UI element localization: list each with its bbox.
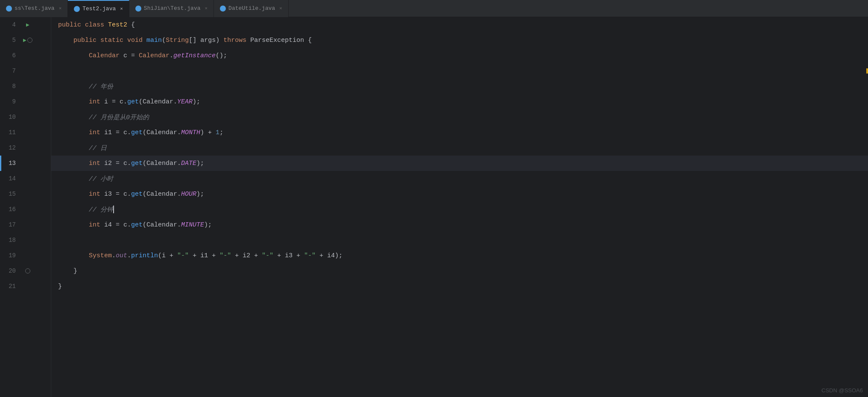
code-line-5: public static void main(String[] args) t… — [51, 32, 868, 48]
method-get-11: get — [131, 129, 143, 136]
gutter-row-7: 7 — [0, 63, 51, 79]
string-dash-3: "-" — [262, 252, 273, 259]
line-num-7: 7 — [0, 68, 19, 74]
line-num-21: 21 — [0, 283, 19, 290]
gutter-row-10: 10 — [0, 109, 51, 125]
code-line-4: public class Test2 { — [51, 17, 868, 32]
tab-close-ssTest[interactable]: × — [59, 6, 62, 11]
scroll-indicator — [866, 68, 868, 74]
field-MINUTE: MINUTE — [181, 221, 204, 229]
code-line-6: Calendar c = Calendar.getInstance(); — [51, 48, 868, 63]
string-dash-2: "-" — [219, 252, 231, 259]
kw-int-15: int — [89, 191, 100, 198]
line-num-17: 17 — [0, 221, 19, 228]
gutter-row-15: 15 — [0, 186, 51, 202]
gutter-row-13: 13 — [0, 156, 51, 171]
line-num-18: 18 — [0, 237, 19, 244]
breakpoint-icon-20[interactable] — [25, 268, 30, 273]
method-println: println — [131, 252, 158, 259]
gutter-row-17: 17 — [0, 217, 51, 232]
method-get-15: get — [131, 191, 143, 198]
line-num-6: 6 — [0, 52, 19, 59]
comment-16: // 分钟 — [89, 206, 113, 214]
num-1-11: 1 — [216, 129, 219, 136]
editor: 4 ▶ 5 ▶ 6 7 8 9 10 11 12 13 14 15 16 17 — [0, 17, 868, 397]
breakpoint-icon-5[interactable] — [27, 38, 32, 43]
code-line-20: } — [51, 263, 868, 279]
gutter: 4 ▶ 5 ▶ 6 7 8 9 10 11 12 13 14 15 16 17 — [0, 17, 51, 397]
text-cursor — [113, 206, 114, 213]
code-line-7 — [51, 63, 868, 79]
kw-void-5: void — [127, 37, 143, 44]
classname-Test2: Test2 — [108, 21, 127, 29]
gutter-row-18: 18 — [0, 232, 51, 248]
tab-icon-ssTest — [6, 6, 12, 12]
gutter-row-21: 21 — [0, 279, 51, 294]
tab-icon-ShiJianTest — [135, 6, 141, 12]
line-num-10: 10 — [0, 114, 19, 121]
active-line-indicator — [0, 156, 1, 171]
comment-14: // 小时 — [89, 175, 113, 183]
line-num-13: 13 — [0, 160, 19, 167]
code-line-11: int i1 = c.get(Calendar.MONTH) + 1; — [51, 125, 868, 140]
line-num-19: 19 — [0, 252, 19, 259]
code-line-13: int i2 = c.get(Calendar.DATE); — [51, 156, 868, 171]
kw-int-11: int — [89, 129, 100, 136]
gutter-row-16: 16 — [0, 202, 51, 217]
tab-close-DateUtile[interactable]: × — [279, 6, 282, 11]
tab-label-DateUtile: DateUtile.java — [228, 5, 275, 12]
tab-ssTest[interactable]: ss\Test.java × — [0, 0, 68, 17]
line-num-20: 20 — [0, 268, 19, 274]
line-num-14: 14 — [0, 175, 19, 182]
gutter-row-4: 4 ▶ — [0, 17, 51, 32]
gutter-row-12: 12 — [0, 140, 51, 156]
kw-public-4: public — [58, 21, 81, 29]
line-num-12: 12 — [0, 144, 19, 151]
line-num-11: 11 — [0, 129, 19, 136]
string-dash-4: "-" — [304, 252, 316, 259]
code-line-18 — [51, 232, 868, 248]
watermark: CSDN @SSOA6 — [821, 387, 863, 394]
gutter-row-14: 14 — [0, 171, 51, 186]
code-line-14: // 小时 — [51, 171, 868, 186]
run-icon-4[interactable]: ▶ — [26, 21, 29, 28]
line-num-8: 8 — [0, 83, 19, 90]
method-main: main — [146, 37, 162, 44]
field-out: out — [116, 252, 127, 259]
tab-Test2[interactable]: Test2.java × — [68, 0, 129, 17]
gutter-icons-4: ▶ — [19, 21, 36, 28]
line-num-15: 15 — [0, 191, 19, 197]
kw-throws: throws — [223, 37, 246, 44]
run-icon-5[interactable]: ▶ — [23, 37, 26, 44]
gutter-icons-5: ▶ — [19, 37, 36, 44]
comment-10: // 月份是从0开始的 — [89, 113, 149, 121]
type-String: String — [166, 37, 189, 44]
code-line-10: // 月份是从0开始的 — [51, 109, 868, 125]
string-dash-1: "-" — [177, 252, 189, 259]
tab-icon-Test2 — [74, 6, 80, 12]
field-HOUR: HOUR — [181, 191, 196, 198]
comment-8: // 年份 — [89, 82, 113, 91]
tab-close-ShiJianTest[interactable]: × — [205, 6, 208, 11]
tab-label-ShiJianTest: ShiJian\Test.java — [144, 5, 201, 12]
field-MONTH: MONTH — [181, 129, 200, 136]
method-get-13: get — [131, 160, 143, 167]
gutter-row-19: 19 — [0, 248, 51, 263]
gutter-row-5: 5 ▶ — [0, 32, 51, 48]
field-YEAR: YEAR — [177, 98, 193, 106]
method-getInstance: getInstance — [173, 52, 216, 59]
tab-close-Test2[interactable]: × — [120, 6, 123, 12]
kw-int-17: int — [89, 221, 100, 229]
tab-ShiJianTest[interactable]: ShiJian\Test.java × — [129, 0, 214, 17]
tab-DateUtile[interactable]: DateUtile.java × — [214, 0, 289, 17]
tab-icon-DateUtile — [220, 6, 226, 12]
code-line-12: // 日 — [51, 140, 868, 156]
code-line-19: System.out.println(i + "-" + i1 + "-" + … — [51, 248, 868, 263]
code-area[interactable]: public class Test2 { public static void … — [51, 17, 868, 397]
code-line-17: int i4 = c.get(Calendar.MINUTE); — [51, 217, 868, 232]
comment-12: // 日 — [89, 144, 107, 152]
gutter-row-11: 11 — [0, 125, 51, 140]
kw-int-13: int — [89, 160, 100, 167]
line-num-4: 4 — [0, 21, 19, 28]
tab-label-ssTest: ss\Test.java — [15, 5, 55, 12]
